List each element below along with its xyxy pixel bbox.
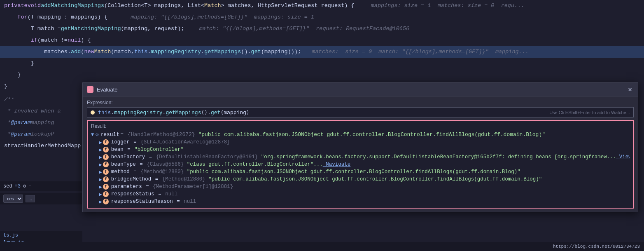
- field-beanfactory[interactable]: ▶ f beanFactory = {DefaultListableBeanFa…: [91, 153, 630, 161]
- gear-button[interactable]: ⚙: [23, 183, 26, 189]
- field-icon-logger: f: [103, 139, 109, 145]
- sidebar-panel: sed ≡3 ⚙ −: [0, 181, 82, 191]
- code-line-3: T match = getMatchingMapping (mapping, r…: [0, 23, 644, 35]
- field-icon-bridgedmethod: f: [103, 176, 109, 182]
- evaluate-dialog: ! Evaluate ✕ Expression: this.mappingReg…: [82, 82, 638, 212]
- result-section: Result: ▼ ∞ result = {HandlerMethod@1267…: [87, 120, 634, 209]
- field-bean[interactable]: ▶ f bean = "blogController": [91, 146, 630, 153]
- result-main-row[interactable]: ▼ ∞ result = {HandlerMethod@12672} "publ…: [91, 131, 630, 138]
- status-bar: https://blog.csdn.net/u012734723: [0, 242, 644, 251]
- field-responsestatus[interactable]: ▶ f responseStatus = null: [91, 190, 630, 198]
- field-logger[interactable]: ▶ f logger = {SLF4JLocationAwareLog@1287…: [91, 138, 630, 146]
- sidebar-select-row: ces ...: [0, 193, 82, 204]
- expression-input-row[interactable]: this.mappingRegistry.getMappings().get(m…: [87, 107, 634, 117]
- dialog-close-button[interactable]: ✕: [626, 85, 634, 94]
- code-line-7: }: [0, 69, 644, 81]
- field-icon-responsestatus: f: [103, 191, 109, 197]
- field-parameters[interactable]: ▶ f parameters = {MethodParameter[1]@128…: [91, 183, 630, 190]
- dialog-body: Expression: this.mappingRegistry.getMapp…: [83, 96, 638, 212]
- sed-label: sed: [3, 183, 12, 189]
- sidebar-ellipsis-button[interactable]: ...: [26, 195, 35, 202]
- field-bridgedmethod[interactable]: ▶ f bridgedMethod = {Method@12880} "publ…: [91, 176, 630, 183]
- field-icon-beantype: f: [103, 162, 109, 167]
- evaluate-dialog-icon: !: [87, 86, 93, 93]
- status-url: https://blog.csdn.net/u012734723: [553, 244, 640, 249]
- navigate-link-beantype[interactable]: Navigate: [323, 162, 351, 167]
- view-link-beanfactory[interactable]: View: [616, 154, 630, 160]
- field-icon-parameters: f: [103, 184, 109, 190]
- field-icon-beanfactory: f: [103, 154, 109, 160]
- dialog-titlebar: ! Evaluate ✕: [83, 83, 638, 96]
- level-icon: ≡3: [15, 183, 21, 189]
- dialog-title-row: ! Evaluate: [87, 86, 118, 93]
- expression-hint: Use Ctrl+Shift+Enter to add to Watche...: [549, 110, 630, 115]
- dialog-title-text: Evaluate: [97, 87, 118, 93]
- minus-button[interactable]: −: [28, 183, 31, 189]
- code-line-6: }: [0, 58, 644, 69]
- infinity-icon: ∞: [96, 132, 98, 138]
- expression-text: this.mappingRegistry.getMappings().get(m…: [98, 109, 250, 115]
- sidebar-select[interactable]: ces: [3, 195, 23, 203]
- field-responsestatusreason[interactable]: ▶ f responseStatusReason = null: [91, 198, 630, 205]
- field-method[interactable]: ▶ f method = {Method@12880} "public com.…: [91, 168, 630, 176]
- code-line-4: if (match != null ) {: [0, 35, 644, 46]
- code-line-1: private void addMatchingMappings (Collec…: [0, 0, 644, 12]
- expression-dot: [91, 110, 95, 115]
- result-label: Result:: [91, 123, 630, 129]
- field-icon-bean: f: [103, 147, 109, 152]
- code-line-5: matches. add ( new Match (match, this . …: [0, 46, 644, 58]
- code-line-2: for (T mapping : mappings) { mapping: "{…: [0, 12, 644, 23]
- field-icon-responsestatusreason: f: [103, 199, 109, 204]
- result-expand-arrow[interactable]: ▼: [91, 132, 94, 138]
- field-beantype[interactable]: ▶ f beanType = {Class@5586} "class gdut.…: [91, 161, 630, 168]
- field-icon-method: f: [103, 169, 109, 175]
- expression-label: Expression:: [87, 100, 634, 106]
- svg-text:!: !: [89, 88, 90, 91]
- file-item-1[interactable]: ts.js: [3, 232, 79, 239]
